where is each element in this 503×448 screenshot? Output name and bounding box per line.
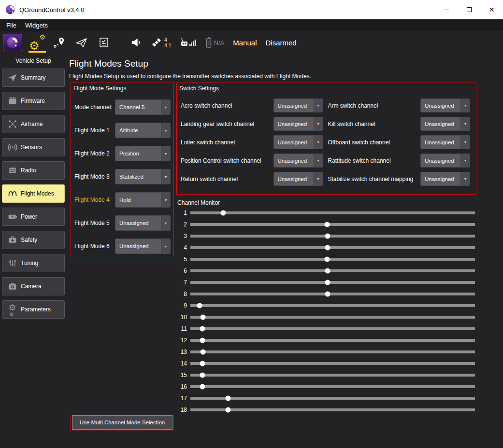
switch-channel-dropdown[interactable]: Unassigned▼: [273, 117, 323, 131]
sidebar-item-sensors[interactable]: Sensors: [2, 138, 65, 156]
flight-mode-dropdown[interactable]: Unassigned▼: [115, 215, 171, 231]
sidebar-item-tuning[interactable]: Tuning: [2, 254, 65, 272]
flight-mode-indicator[interactable]: Manual: [233, 39, 257, 47]
sidebar-item-radio[interactable]: Radio: [2, 161, 65, 180]
sidebar-item-camera[interactable]: Camera: [2, 277, 65, 295]
audio-indicator[interactable]: [130, 37, 142, 48]
sidebar-item-power[interactable]: Power: [2, 208, 65, 226]
switch-channel-dropdown[interactable]: Unassigned▼: [420, 135, 470, 149]
switch-channel-dropdown[interactable]: Unassigned▼: [273, 172, 323, 186]
channel-number: 3: [176, 233, 187, 239]
fly-view-button[interactable]: [71, 32, 93, 53]
switch-channel-dropdown[interactable]: Unassigned▼: [420, 98, 470, 112]
switch-channel-label: Position Control switch channel: [181, 157, 269, 164]
flight-mode-dropdown[interactable]: Stabilized▼: [115, 169, 171, 184]
use-multi-channel-mode-button[interactable]: Use Multi Channel Mode Selection: [72, 415, 172, 430]
switch-channel-label: Stabilize switch channel mapping: [328, 176, 416, 182]
channel-number: 8: [176, 291, 187, 297]
dropdown-value: Unassigned: [274, 136, 314, 149]
safety-icon: [6, 234, 19, 246]
close-button[interactable]: ✕: [480, 0, 503, 19]
battery-indicator[interactable]: N/A: [205, 37, 225, 48]
switch-channel-label: Return switch channel: [181, 176, 269, 182]
armed-indicator[interactable]: Disarmed: [265, 39, 296, 47]
channel-value-bar: [190, 397, 475, 400]
qgc-settings-button[interactable]: [3, 34, 22, 51]
flight-mode-dropdown[interactable]: Position▼: [115, 146, 171, 161]
qgc-logo-icon: [6, 36, 19, 49]
switch-settings-panel: Switch Settings Acro switch channelUnass…: [176, 83, 476, 195]
gps-indicator[interactable]: 4 4.1: [150, 36, 172, 49]
channel-value-bar: [190, 385, 475, 388]
sidebar-item-airframe[interactable]: Airframe: [2, 115, 65, 133]
switch-channel-label: Rattitude switch channel: [328, 157, 416, 164]
dropdown-value: Unassigned: [115, 239, 161, 253]
channel-monitor-row: 1: [176, 207, 476, 219]
flight-mode-dropdown[interactable]: Channel 5▼: [115, 99, 171, 115]
flight-mode-label: Flight Mode 4: [74, 196, 110, 203]
sidebar-item-safety[interactable]: Safety: [2, 231, 65, 249]
flight-mode-dropdown[interactable]: Unassigned▼: [115, 238, 171, 254]
chevron-down-icon: ▼: [460, 154, 470, 167]
channel-number: 10: [176, 314, 187, 321]
switch-channel-dropdown[interactable]: Unassigned▼: [273, 98, 323, 112]
channel-monitor-row: 2: [176, 219, 476, 230]
channel-value-bar: [190, 235, 475, 238]
channel-value-bar: [190, 304, 475, 307]
channel-value-dot: [324, 257, 330, 262]
battery-value: N/A: [214, 39, 225, 46]
chevron-down-icon: ▼: [314, 136, 323, 149]
vehicle-setup-view-button[interactable]: ⚙ ⚙: [26, 32, 48, 53]
channel-value-dot: [200, 338, 205, 343]
menu-file[interactable]: File: [2, 22, 21, 29]
dropdown-value: Unassigned: [421, 172, 460, 185]
channel-value-bar: [190, 281, 475, 284]
switch-channel-dropdown[interactable]: Unassigned▼: [273, 135, 323, 149]
switch-channel-dropdown[interactable]: Unassigned▼: [420, 117, 470, 131]
plan-waypoint-icon: [53, 37, 66, 48]
dropdown-value: Unassigned: [421, 117, 460, 130]
channel-value-dot: [200, 326, 205, 332]
maximize-button[interactable]: [458, 0, 480, 19]
channel-monitor-rows: 123456789101112131415161718: [176, 207, 476, 416]
chevron-down-icon: ▼: [460, 172, 470, 185]
switch-channel-label: Kill switch channel: [328, 121, 416, 127]
switch-channel-dropdown[interactable]: Unassigned▼: [420, 172, 470, 186]
maximize-icon: [467, 7, 472, 12]
dropdown-value: Unassigned: [274, 117, 314, 130]
window-title: QGroundControl v3.4.0: [19, 6, 84, 14]
channel-monitor-row: 8: [176, 288, 476, 300]
chevron-down-icon: ▼: [161, 123, 170, 138]
gps-satellite-icon: [150, 36, 163, 49]
menu-widgets[interactable]: Widgets: [21, 22, 52, 29]
channel-value-dot: [200, 315, 205, 320]
sidebar-item-parameters[interactable]: ⚙⚙ Parameters: [2, 300, 65, 319]
channel-monitor-title: Channel Monitor: [177, 199, 476, 206]
sidebar-item-summary[interactable]: Summary: [2, 69, 65, 87]
chevron-down-icon: ▼: [161, 146, 170, 161]
plan-view-button[interactable]: [48, 32, 71, 53]
summary-icon: [6, 72, 19, 84]
switch-channel-dropdown[interactable]: Unassigned▼: [420, 154, 470, 168]
multi-channel-button-wrap: Use Multi Channel Mode Selection: [71, 414, 174, 431]
active-view-underline: [29, 51, 46, 53]
flight-mode-label: Flight Mode 6: [74, 243, 110, 250]
dropdown-value: Unassigned: [421, 136, 460, 149]
dropdown-value: Hold: [115, 193, 161, 207]
paper-plane-icon: [75, 37, 88, 48]
flight-mode-rows: Mode channel:Channel 5▼Flight Mode 1Alti…: [71, 99, 173, 254]
flight-mode-dropdown[interactable]: Hold▼: [115, 192, 171, 208]
chevron-down-icon: ▼: [314, 117, 323, 130]
channel-monitor-row: 17: [176, 392, 476, 404]
channel-number: 2: [176, 221, 187, 228]
flight-mode-label: Mode channel:: [74, 104, 113, 111]
flight-mode-dropdown[interactable]: Altitude▼: [115, 123, 171, 138]
switch-channel-dropdown[interactable]: Unassigned▼: [273, 154, 323, 168]
minimize-button[interactable]: [435, 0, 458, 19]
channel-value-bar: [190, 408, 475, 411]
sidebar-item-flight-modes[interactable]: Flight Modes: [2, 184, 65, 203]
rc-rssi-indicator[interactable]: [180, 37, 197, 48]
checklist-button[interactable]: [93, 32, 115, 53]
sensors-icon: [6, 141, 19, 153]
sidebar-item-firmware[interactable]: Firmware: [2, 92, 65, 110]
